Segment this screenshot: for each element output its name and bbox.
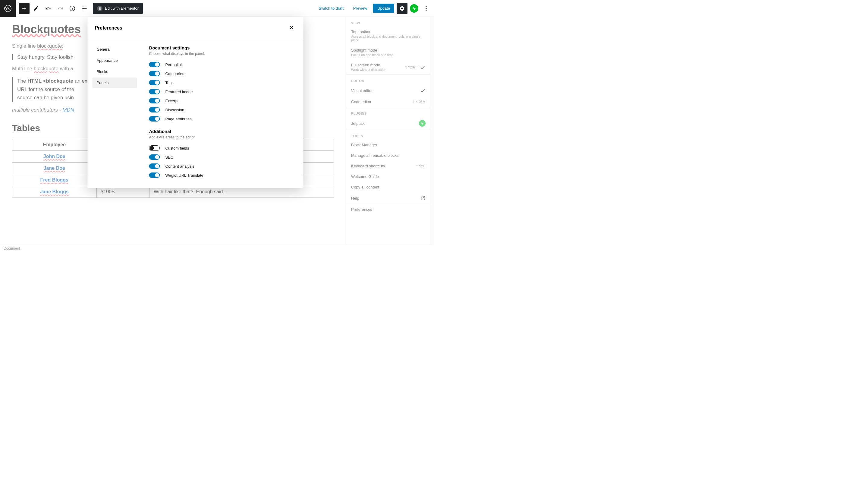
add-block-button[interactable] bbox=[19, 3, 30, 14]
nav-appearance[interactable]: Appearance bbox=[92, 55, 137, 66]
list-icon bbox=[81, 6, 87, 11]
preferences-modal: Preferences General Appearance Blocks Pa… bbox=[87, 17, 303, 188]
gear-icon bbox=[399, 6, 405, 11]
toggle-tags[interactable] bbox=[149, 80, 160, 85]
elementor-label: Edit with Elementor bbox=[105, 6, 138, 11]
svg-point-4 bbox=[426, 6, 426, 7]
modal-title: Preferences bbox=[95, 25, 122, 31]
editor-toolbar: E Edit with Elementor Switch to draft Pr… bbox=[0, 0, 434, 17]
jetpack-button[interactable] bbox=[410, 4, 418, 13]
svg-point-5 bbox=[426, 8, 426, 9]
settings-button[interactable] bbox=[397, 3, 407, 14]
toggle-weglot[interactable] bbox=[149, 173, 160, 178]
modal-close-button[interactable] bbox=[287, 23, 296, 33]
nav-blocks[interactable]: Blocks bbox=[92, 66, 137, 77]
more-options-button[interactable] bbox=[421, 3, 432, 14]
list-view-button[interactable] bbox=[79, 3, 90, 14]
toggle-content-analysis[interactable] bbox=[149, 163, 160, 169]
redo-button[interactable] bbox=[55, 3, 66, 14]
toggle-custom-fields[interactable] bbox=[149, 145, 160, 151]
preview-button[interactable]: Preview bbox=[350, 4, 371, 13]
toggle-seo[interactable] bbox=[149, 154, 160, 160]
modal-panel-content: Document settings Choose what displays i… bbox=[142, 39, 303, 188]
section-desc: Choose what displays in the panel. bbox=[149, 52, 296, 56]
toggle-discussion[interactable] bbox=[149, 107, 160, 112]
dots-vertical-icon bbox=[423, 6, 429, 11]
info-button[interactable] bbox=[67, 3, 78, 14]
toggle-page-attributes[interactable] bbox=[149, 116, 160, 122]
info-icon bbox=[69, 5, 76, 12]
toggle-permalink[interactable] bbox=[149, 62, 160, 67]
section-title: Document settings bbox=[149, 45, 296, 50]
toggle-excerpt[interactable] bbox=[149, 98, 160, 103]
undo-icon bbox=[45, 6, 51, 11]
undo-button[interactable] bbox=[43, 3, 54, 14]
svg-point-6 bbox=[426, 10, 426, 11]
section-title: Additional bbox=[149, 129, 296, 134]
edit-mode-button[interactable] bbox=[31, 3, 42, 14]
elementor-icon: E bbox=[97, 6, 103, 11]
nav-panels[interactable]: Panels bbox=[92, 78, 137, 88]
edit-elementor-button[interactable]: E Edit with Elementor bbox=[93, 3, 143, 14]
pencil-icon bbox=[33, 6, 39, 11]
redo-icon bbox=[57, 6, 63, 11]
modal-nav: General Appearance Blocks Panels bbox=[87, 39, 142, 188]
toggle-featured-image[interactable] bbox=[149, 89, 160, 94]
switch-to-draft-button[interactable]: Switch to draft bbox=[315, 4, 347, 13]
update-button[interactable]: Update bbox=[373, 4, 394, 13]
plus-icon bbox=[21, 6, 27, 11]
jetpack-icon bbox=[412, 6, 416, 11]
section-desc: Add extra areas to the editor. bbox=[149, 135, 296, 139]
toggle-categories[interactable] bbox=[149, 71, 160, 76]
nav-general[interactable]: General bbox=[92, 44, 137, 54]
close-icon bbox=[288, 24, 295, 31]
svg-point-0 bbox=[4, 5, 11, 12]
wordpress-logo[interactable] bbox=[0, 0, 16, 17]
